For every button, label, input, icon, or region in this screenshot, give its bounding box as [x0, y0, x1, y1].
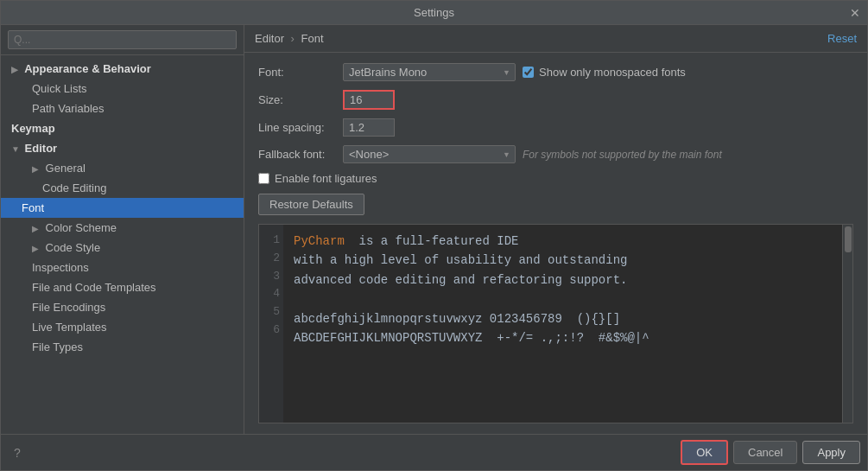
fallback-font-select-wrapper: <None>: [343, 145, 516, 163]
settings-dialog: Settings ✕ ▶ Appearance & Behavior Quick…: [0, 0, 868, 471]
preview-content: PyCharm is a full-featured IDE with a hi…: [294, 232, 846, 347]
sidebar-item-general[interactable]: ▶ General: [1, 158, 244, 178]
sidebar-item-path-variables[interactable]: Path Variables: [1, 99, 244, 118]
sidebar-item-file-encodings[interactable]: File Encodings: [1, 297, 244, 317]
preview-line-3: advanced code editing and refactoring su…: [294, 271, 846, 290]
fallback-font-select[interactable]: <None>: [343, 145, 516, 163]
ligatures-row: Enable font ligatures: [258, 172, 853, 185]
ok-button[interactable]: OK: [681, 440, 728, 465]
dialog-title: Settings: [414, 6, 454, 19]
line-numbers: 1 2 3 4 5 6: [259, 225, 283, 423]
ligatures-checkbox[interactable]: [258, 173, 269, 184]
help-button[interactable]: ?: [8, 446, 27, 460]
fallback-font-label: Fallback font:: [258, 148, 336, 161]
fallback-font-row: Fallback font: <None> For symbols not su…: [258, 145, 853, 163]
line-spacing-input[interactable]: [343, 118, 395, 137]
main-content: ▶ Appearance & Behavior Quick Lists Path…: [1, 25, 867, 434]
sidebar-item-font[interactable]: Font: [1, 198, 244, 218]
monospaced-checkbox[interactable]: [523, 67, 534, 78]
size-input[interactable]: [343, 90, 395, 110]
breadcrumb: Editor › Font: [255, 32, 324, 45]
fallback-hint: For symbols not supported by the main fo…: [523, 149, 722, 161]
restore-defaults-row: Restore Defaults: [258, 194, 853, 215]
expand-arrow-color-icon: ▶: [32, 224, 42, 233]
sidebar-item-code-style[interactable]: ▶ Code Style: [1, 238, 244, 258]
sidebar-item-appearance-behavior[interactable]: ▶ Appearance & Behavior: [1, 59, 244, 79]
sidebar-item-inspections[interactable]: Inspections: [1, 258, 244, 277]
expand-arrow-general-icon: ▶: [32, 164, 42, 174]
title-bar: Settings ✕: [1, 1, 867, 25]
monospaced-checkbox-row: Show only monospaced fonts: [523, 66, 686, 79]
breadcrumb-current: Font: [301, 32, 324, 45]
search-input[interactable]: [8, 30, 237, 49]
sidebar-item-keymap[interactable]: Keymap: [1, 118, 244, 138]
sidebar-item-code-editing[interactable]: Code Editing: [1, 178, 244, 198]
expand-arrow-codestyle-icon: ▶: [32, 244, 42, 253]
line-spacing-row: Line spacing:: [258, 118, 853, 137]
breadcrumb-separator: ›: [291, 32, 295, 45]
size-row: Size:: [258, 90, 853, 110]
font-select-wrapper: JetBrains Mono: [343, 63, 516, 81]
size-label: Size:: [258, 93, 336, 106]
bottom-bar: ? OK Cancel Apply: [1, 434, 867, 470]
sidebar-section: ▶ Appearance & Behavior Quick Lists Path…: [1, 55, 244, 360]
preview-scrollbar[interactable]: [842, 225, 852, 423]
preview-line-5: abcdefghijklmnopqrstuvwxyz 0123456789 ()…: [294, 309, 846, 328]
right-panel: Editor › Font Reset Font: JetBrains Mono: [244, 25, 867, 434]
sidebar-item-file-types[interactable]: File Types: [1, 337, 244, 357]
line-spacing-label: Line spacing:: [258, 121, 336, 134]
preview-line-1: PyCharm is a full-featured IDE: [294, 232, 846, 251]
preview-line-4: [294, 290, 846, 309]
close-button[interactable]: ✕: [850, 6, 860, 20]
expand-arrow-editor-icon: ▼: [11, 144, 22, 154]
restore-defaults-button[interactable]: Restore Defaults: [258, 194, 364, 215]
font-select[interactable]: JetBrains Mono: [343, 63, 516, 81]
sidebar-item-live-templates[interactable]: Live Templates: [1, 317, 244, 337]
sidebar: ▶ Appearance & Behavior Quick Lists Path…: [1, 25, 244, 434]
scrollbar-thumb: [845, 226, 852, 252]
expand-arrow-icon: ▶: [11, 65, 22, 74]
sidebar-item-file-code-templates[interactable]: File and Code Templates: [1, 277, 244, 297]
monospaced-label: Show only monospaced fonts: [539, 66, 686, 79]
preview-area: 1 2 3 4 5 6 PyCharm is a full-featured I…: [258, 224, 853, 423]
panel-header: Editor › Font Reset: [244, 25, 867, 53]
font-row: Font: JetBrains Mono Show only monospace…: [258, 63, 853, 81]
preview-line-2: with a high level of usability and outst…: [294, 251, 846, 270]
breadcrumb-parent: Editor: [255, 32, 284, 45]
preview-line-6: ABCDEFGHIJKLMNOPQRSTUVWXYZ +-*/= .,;:!? …: [294, 328, 846, 347]
sidebar-item-quick-lists[interactable]: Quick Lists: [1, 79, 244, 99]
reset-link[interactable]: Reset: [827, 32, 857, 45]
sidebar-item-color-scheme[interactable]: ▶ Color Scheme: [1, 218, 244, 238]
apply-button[interactable]: Apply: [802, 441, 860, 464]
cancel-button[interactable]: Cancel: [733, 441, 797, 464]
font-label: Font:: [258, 66, 336, 79]
ligatures-label: Enable font ligatures: [275, 172, 377, 185]
search-bar: [1, 25, 244, 55]
sidebar-item-editor[interactable]: ▼ Editor: [1, 138, 244, 158]
panel-body: Font: JetBrains Mono Show only monospace…: [244, 53, 867, 434]
